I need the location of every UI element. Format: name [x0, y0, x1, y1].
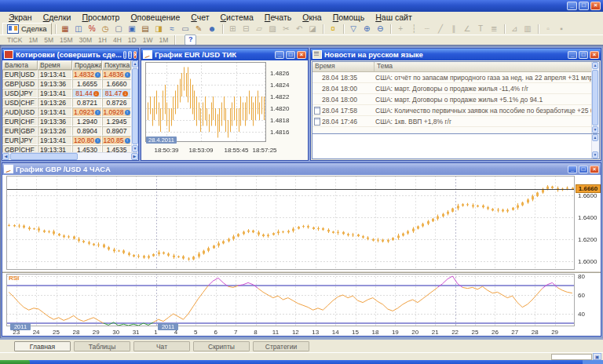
- app-titlebar[interactable]: _ □ ×: [0, 0, 603, 12]
- scroll-thumb[interactable]: [132, 68, 138, 144]
- tick-chart-canvas[interactable]: [141, 60, 308, 161]
- buy-price-cell[interactable]: 120.85↑: [102, 136, 131, 145]
- buy-price-cell[interactable]: 1.6660: [102, 79, 131, 89]
- menu-item-8[interactable]: Помощь: [327, 13, 371, 22]
- app-minimize-button[interactable]: _: [567, 2, 577, 10]
- main-close-button[interactable]: ×: [590, 166, 599, 173]
- scroll-down-arrow[interactable]: ▼: [592, 151, 598, 158]
- buy-price-cell[interactable]: 0.8726: [102, 98, 131, 107]
- start-button[interactable]: [0, 360, 30, 364]
- filter-icon[interactable]: ▽: [348, 24, 360, 34]
- menu-item-6[interactable]: Печать: [259, 13, 297, 22]
- scroll-down-arrow[interactable]: ▼: [132, 145, 138, 152]
- sell-price-cell[interactable]: 1.0923↑: [72, 107, 102, 117]
- tick-maximize-button[interactable]: □: [286, 51, 295, 59]
- news-row-1[interactable]: 28.04 18:00США: март. Договоры о продаже…: [312, 83, 599, 94]
- sell-price-cell[interactable]: 0.8721: [72, 98, 102, 107]
- print-icon[interactable]: ▭: [180, 24, 192, 34]
- scroll-up-arrow[interactable]: ▲: [592, 62, 598, 69]
- menu-item-0[interactable]: Экран: [3, 13, 38, 22]
- quotes-column-0[interactable]: Валюта: [2, 60, 38, 70]
- timeframe-button-4h-6[interactable]: 4H: [110, 36, 125, 45]
- scroll-right-arrow[interactable]: ▶: [131, 153, 138, 160]
- tick-chart-window[interactable]: График EUR /USD ТИК _ □ × 28.4.2011: [141, 48, 309, 161]
- system-tray[interactable]: [583, 360, 603, 364]
- quotes-window[interactable]: Котировки (совершить сде... _ □ × Валюта…: [2, 48, 139, 161]
- main-minimize-button[interactable]: _: [568, 166, 577, 173]
- tab-чат[interactable]: Чат: [133, 341, 190, 351]
- help-button[interactable]: ?: [185, 35, 196, 46]
- menu-item-7[interactable]: Окна: [297, 13, 327, 22]
- main-chart-canvas[interactable]: [2, 175, 601, 336]
- tile-windows-icon[interactable]: ▢: [113, 24, 125, 34]
- news-list-scrollbar[interactable]: ▲ ▼: [591, 62, 599, 133]
- timeframe-button-30m-4[interactable]: 30M: [76, 36, 96, 45]
- sell-price-cell[interactable]: 1.2940: [72, 117, 102, 126]
- sell-price-cell[interactable]: 1.6655: [72, 79, 102, 89]
- buy-price-cell[interactable]: 1.0928↑: [102, 107, 131, 117]
- quote-row-aud-usd[interactable]: AUD|USD19:13:411.0923↑1.0928↑: [2, 107, 131, 117]
- tab-главная[interactable]: Главная: [14, 341, 71, 351]
- buy-price-cell[interactable]: 0.8907: [102, 126, 131, 136]
- timeframe-button-5m-2[interactable]: 5M: [41, 36, 57, 45]
- zoom-out-icon[interactable]: ⊖: [375, 24, 386, 34]
- quotes-column-3[interactable]: Покупка: [102, 60, 131, 70]
- tick-window-titlebar[interactable]: График EUR /USD ТИК _ □ ×: [141, 49, 308, 60]
- scroll-left-arrow[interactable]: ◀: [2, 153, 9, 160]
- scroll-down-arrow[interactable]: ▼: [592, 126, 598, 133]
- timeframe-button-15m-3[interactable]: 15M: [57, 36, 76, 45]
- quote-row-usd-jpy[interactable]: USD|JPY19:13:4181.44↓81.47↓: [2, 89, 131, 98]
- news-column-subject[interactable]: Тема: [375, 62, 599, 71]
- menu-item-4[interactable]: Счет: [185, 13, 214, 22]
- connection-status-icon[interactable]: ▣: [593, 353, 601, 360]
- main-maximize-button[interactable]: □: [579, 166, 588, 173]
- line-chart-icon[interactable]: ≈: [166, 24, 178, 34]
- quote-row-gbp-usd[interactable]: GBP|USD19:13:361.66551.6660: [2, 79, 131, 89]
- quotes-minimize-button[interactable]: _: [123, 51, 126, 59]
- news-close-button[interactable]: ×: [590, 51, 599, 59]
- news-row-0[interactable]: 28.04 18:35США: отчёт по запасам природн…: [312, 72, 599, 83]
- news-window-titlebar[interactable]: Новости на русском языке _ □ ×: [311, 49, 601, 60]
- scroll-thumb[interactable]: [592, 70, 598, 126]
- app-maximize-button[interactable]: □: [579, 2, 589, 10]
- menu-item-9[interactable]: Наш сайт: [370, 13, 418, 22]
- buy-price-cell[interactable]: 1.2945: [102, 117, 131, 126]
- timeframe-button-1h-5[interactable]: 1H: [95, 36, 110, 45]
- tab-таблицы[interactable]: Таблицы: [74, 341, 130, 351]
- zoom-in-icon[interactable]: ⊕: [361, 24, 373, 34]
- quotes-horizontal-scrollbar[interactable]: ◀ ▶: [2, 152, 138, 160]
- menu-item-5[interactable]: Система: [215, 13, 259, 22]
- news-row-3[interactable]: 28.04 17:58США: Количество первичных зая…: [312, 105, 599, 116]
- quotes-column-2[interactable]: Продажа: [72, 60, 102, 70]
- quote-row-eur-chf[interactable]: EUR|CHF19:13:361.29401.2945: [2, 117, 131, 126]
- deal-button[interactable]: Сделка: [2, 23, 52, 35]
- app-close-button[interactable]: ×: [590, 2, 601, 10]
- main-chart-window[interactable]: График GBP /USD 4 ЧАСА _ □ × 1.6660 RSI …: [2, 162, 601, 337]
- sell-price-cell[interactable]: 120.80↑: [72, 136, 102, 145]
- scroll-thumb[interactable]: [10, 153, 78, 160]
- quotes-maximize-button[interactable]: □: [128, 51, 131, 59]
- quotes-close-button[interactable]: ×: [133, 51, 137, 59]
- news-row-4[interactable]: 28.04 17:46США: 1кв. ВВП +1,8% г/г: [312, 116, 599, 127]
- menu-item-1[interactable]: Сделки: [38, 13, 77, 22]
- taskbar[interactable]: [0, 360, 603, 364]
- timeframe-button-1w-8[interactable]: 1W: [140, 36, 156, 45]
- news-book-icon[interactable]: ▤: [140, 24, 152, 34]
- timeframe-button-1m-9[interactable]: 1M: [155, 36, 171, 45]
- quote-row-eur-usd[interactable]: EUR|USD19:13:411.4832↑1.4836↑: [2, 70, 131, 79]
- quotes-vertical-scrollbar[interactable]: ▲ ▼: [131, 60, 138, 152]
- menu-item-3[interactable]: Оповещение: [125, 13, 185, 22]
- tab-скрипты[interactable]: Скрипты: [193, 341, 250, 351]
- scroll-up-arrow[interactable]: ▲: [592, 134, 598, 141]
- alarm-clock-icon[interactable]: ◷: [100, 24, 111, 34]
- timeframe-button-1d-7[interactable]: 1D: [125, 36, 140, 45]
- tab-стратегии[interactable]: Стратегии: [253, 341, 309, 351]
- archive-icon[interactable]: ◨: [153, 24, 165, 34]
- percent-icon[interactable]: %: [86, 24, 98, 34]
- tick-minimize-button[interactable]: _: [275, 51, 284, 59]
- quotes-window-titlebar[interactable]: Котировки (совершить сде... _ □ ×: [2, 49, 138, 60]
- quotes-column-1[interactable]: Время: [38, 60, 72, 70]
- news-row-2[interactable]: 28.04 18:00США: март. Договоры о продаже…: [312, 94, 599, 105]
- new-chart-icon[interactable]: ◫: [73, 24, 85, 34]
- menu-item-2[interactable]: Просмотр: [76, 13, 125, 22]
